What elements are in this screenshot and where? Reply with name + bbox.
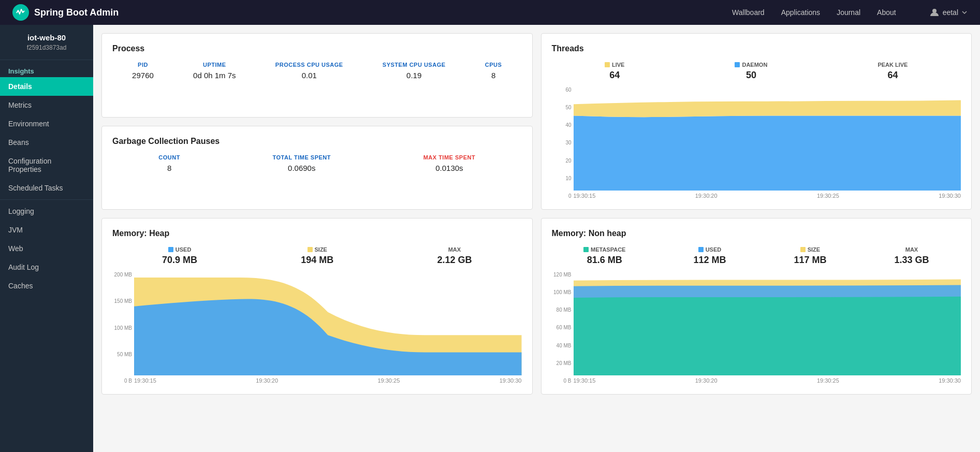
app-logo: Spring Boot Admin: [12, 4, 119, 21]
uptime-stat: UPTIME 0d 0h 1m 7s: [193, 62, 236, 80]
nonheap-size-legend: SIZE 117 MB: [794, 246, 826, 266]
heap-max-value: 2.12 GB: [437, 255, 472, 266]
gc-max-label: MAX TIME SPENT: [423, 154, 476, 161]
nonheap-metaspace-value: 81.6 MB: [587, 255, 622, 266]
journal-link[interactable]: Journal: [837, 8, 860, 17]
nonheap-legend: METASPACE 81.6 MB USED 112 MB SIZE: [552, 246, 961, 266]
heap-used-legend: USED 70.9 MB: [162, 246, 197, 266]
nonheap-used-value: 112 MB: [693, 255, 726, 266]
threads-svg: [574, 87, 961, 191]
heap-y-axis: 200 MB 150 MB 100 MB 50 MB 0 B: [112, 272, 132, 384]
gc-stats: COUNT 8 TOTAL TIME SPENT 0.0690s MAX TIM…: [112, 154, 522, 172]
threads-daemon-label: DAEMON: [735, 62, 767, 68]
sidebar-item-caches[interactable]: Caches: [0, 276, 93, 295]
logo-icon: [12, 4, 29, 21]
sidebar-item-beans[interactable]: Beans: [0, 133, 93, 152]
nonheap-metaspace-legend: METASPACE 81.6 MB: [583, 246, 625, 266]
sidebar-item-environment[interactable]: Environment: [0, 114, 93, 133]
daemon-dot: [735, 62, 740, 67]
sidebar-item-logging[interactable]: Logging: [0, 202, 93, 221]
chevron-down-icon: [961, 9, 968, 16]
topnav: Spring Boot Admin Wallboard Applications…: [0, 0, 980, 25]
sidebar-item-config-properties[interactable]: Configuration Properties: [0, 152, 93, 179]
system-cpu-stat: SYSTEM CPU USAGE 0.19: [383, 62, 446, 80]
gc-total-value: 0.0690s: [273, 164, 331, 172]
sidebar-item-jvm[interactable]: JVM: [0, 221, 93, 239]
user-name: eetal: [943, 8, 958, 17]
nonheap-max-legend: MAX 1.33 GB: [894, 246, 929, 266]
app-title: Spring Boot Admin: [34, 7, 119, 18]
heap-card: Memory: Heap USED 70.9 MB SIZE 194 MB: [101, 218, 533, 395]
heap-x-axis: 19:30:15 19:30:20 19:30:25 19:30:30: [134, 377, 522, 384]
threads-y-axis: 60 50 40 30 20 10 0: [552, 87, 572, 199]
nonheap-size-dot: [800, 247, 806, 252]
system-cpu-value: 0.19: [383, 71, 446, 80]
nonheap-chart-container: 120 MB 100 MB 80 MB 60 MB 40 MB 20 MB 0 …: [552, 272, 961, 384]
live-dot: [605, 62, 610, 67]
pid-label: PID: [132, 62, 154, 68]
heap-size-legend: SIZE 194 MB: [301, 246, 333, 266]
sidebar-item-audit-log[interactable]: Audit Log: [0, 258, 93, 276]
threads-live-legend: LIVE 64: [605, 62, 624, 81]
cpus-value: 8: [485, 71, 502, 80]
threads-daemon-value: 50: [746, 70, 756, 81]
process-cpu-value: 0.01: [275, 71, 343, 80]
process-card: Process PID 29760 UPTIME 0d 0h 1m 7s PRO…: [101, 33, 533, 118]
threads-title: Threads: [552, 44, 961, 53]
process-cpu-label: PROCESS CPU USAGE: [275, 62, 343, 68]
cpus-stat: CPUS 8: [485, 62, 502, 80]
svg-point-0: [932, 9, 937, 13]
threads-chart: [574, 87, 961, 191]
gc-total-label: TOTAL TIME SPENT: [273, 154, 331, 161]
threads-legend: LIVE 64 DAEMON 50 PEAK LIVE 64: [552, 62, 961, 81]
threads-card: Threads LIVE 64 DAEMON 50: [541, 33, 972, 210]
sidebar-item-metrics[interactable]: Metrics: [0, 96, 93, 114]
nonheap-max-value: 1.33 GB: [894, 255, 929, 266]
pid-value: 29760: [132, 71, 154, 80]
nonheap-svg: [574, 272, 961, 375]
sidebar-app-name: iot-web-80: [0, 25, 93, 44]
nonheap-card: Memory: Non heap METASPACE 81.6 MB USED …: [541, 218, 972, 395]
process-cpu-stat: PROCESS CPU USAGE 0.01: [275, 62, 343, 80]
about-link[interactable]: About: [877, 8, 896, 17]
nonheap-y-axis: 120 MB 100 MB 80 MB 60 MB 40 MB 20 MB 0 …: [552, 272, 572, 384]
heap-max-legend: MAX 2.12 GB: [437, 246, 472, 266]
heap-svg: [134, 272, 522, 375]
nonheap-chart: [574, 272, 961, 375]
threads-peak-value: 64: [887, 70, 898, 81]
pid-stat: PID 29760: [132, 62, 154, 80]
sidebar: iot-web-80 f2591d3873ad Insights Details…: [0, 25, 93, 452]
topnav-links: Wallboard Applications Journal About eet…: [732, 7, 968, 18]
nonheap-x-axis: 19:30:15 19:30:20 19:30:25 19:30:30: [574, 377, 961, 384]
user-section[interactable]: eetal: [929, 7, 968, 18]
content-area: Process PID 29760 UPTIME 0d 0h 1m 7s PRO…: [93, 25, 980, 452]
heap-size-value: 194 MB: [301, 255, 333, 266]
threads-peak-label: PEAK LIVE: [877, 62, 908, 68]
sidebar-app-id: f2591d3873ad: [0, 44, 93, 57]
gc-count-label: COUNT: [158, 154, 180, 161]
main-layout: iot-web-80 f2591d3873ad Insights Details…: [0, 25, 980, 452]
sidebar-item-web[interactable]: Web: [0, 239, 93, 258]
applications-link[interactable]: Applications: [781, 8, 821, 17]
system-cpu-label: SYSTEM CPU USAGE: [383, 62, 446, 68]
heap-used-value: 70.9 MB: [162, 255, 197, 266]
heap-chart: [134, 272, 522, 375]
gc-count-stat: COUNT 8: [158, 154, 180, 172]
threads-peak-legend: PEAK LIVE 64: [877, 62, 908, 81]
threads-x-axis: 19:30:15 19:30:20 19:30:25 19:30:30: [574, 193, 961, 199]
heap-size-dot: [308, 247, 313, 252]
heap-legend: USED 70.9 MB SIZE 194 MB MAX 2.12 GB: [112, 246, 522, 266]
nonheap-metaspace-dot: [583, 247, 589, 252]
nonheap-used-dot: [698, 247, 704, 252]
gc-max-stat: MAX TIME SPENT 0.0130s: [423, 154, 476, 172]
nonheap-used-legend: USED 112 MB: [693, 246, 726, 266]
threads-live-value: 64: [609, 70, 620, 81]
cpus-label: CPUS: [485, 62, 502, 68]
threads-chart-container: 60 50 40 30 20 10 0: [552, 87, 961, 199]
heap-chart-container: 200 MB 150 MB 100 MB 50 MB 0 B: [112, 272, 522, 384]
sidebar-item-scheduled-tasks[interactable]: Scheduled Tasks: [0, 179, 93, 197]
wallboard-link[interactable]: Wallboard: [732, 8, 765, 17]
sidebar-item-details[interactable]: Details: [0, 77, 93, 96]
nonheap-size-value: 117 MB: [794, 255, 826, 266]
gc-title: Garbage Collection Pauses: [112, 137, 522, 146]
